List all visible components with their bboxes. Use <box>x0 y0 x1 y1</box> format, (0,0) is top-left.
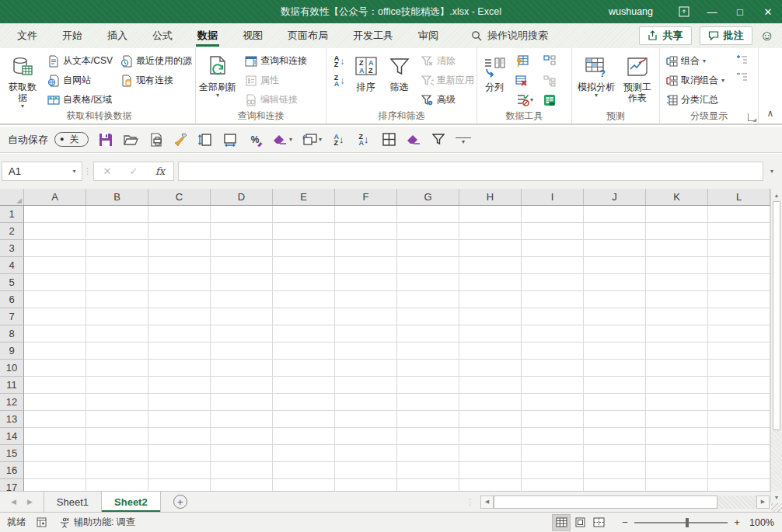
grid-cell-A11[interactable] <box>24 377 86 394</box>
grid-cell-E12[interactable] <box>273 394 335 411</box>
grid-cell-J16[interactable] <box>584 462 646 479</box>
share-button[interactable]: 共享 <box>639 26 692 45</box>
column-header-L[interactable]: L <box>708 189 770 205</box>
grid-cell-K17[interactable] <box>646 479 708 491</box>
row-header-5[interactable]: 5 <box>0 274 24 291</box>
column-header-K[interactable]: K <box>646 189 708 205</box>
grid-cell-F15[interactable] <box>335 445 397 462</box>
grid-cell-G17[interactable] <box>397 479 459 491</box>
grid-cell-L12[interactable] <box>708 394 770 411</box>
grid-cell-I6[interactable] <box>522 291 584 308</box>
grid-cell-I7[interactable] <box>522 308 584 325</box>
sort-descending-button[interactable]: ZA ↓ <box>330 71 349 90</box>
grid-cell-L1[interactable] <box>708 206 770 223</box>
grid-cell-E2[interactable] <box>273 223 335 240</box>
maximize-button[interactable]: □ <box>726 0 754 23</box>
grid-cell-K12[interactable] <box>646 394 708 411</box>
macro-record-button[interactable] <box>37 517 47 527</box>
edit-links-button[interactable]: 编辑链接 <box>243 90 309 110</box>
row-header-1[interactable]: 1 <box>0 206 24 223</box>
grid-cell-A13[interactable] <box>24 411 86 428</box>
row-header-11[interactable]: 11 <box>0 377 24 394</box>
grid-cell-F8[interactable] <box>335 325 397 342</box>
user-name[interactable]: wushuang <box>609 6 653 17</box>
grid-cell-I2[interactable] <box>522 223 584 240</box>
format-painter-button[interactable] <box>173 131 188 148</box>
tell-me-search[interactable]: 操作说明搜索 <box>471 29 548 43</box>
grid-cell-A12[interactable] <box>24 394 86 411</box>
tab-data[interactable]: 数据 <box>185 23 230 48</box>
grid-cell-D11[interactable] <box>211 377 273 394</box>
grid-cell-I10[interactable] <box>522 360 584 377</box>
grid-cell-G14[interactable] <box>397 428 459 445</box>
grid-cell-B7[interactable] <box>86 308 148 325</box>
grid-cell-L9[interactable] <box>708 342 770 360</box>
minimize-button[interactable]: — <box>698 0 726 23</box>
grid-cell-G4[interactable] <box>397 257 459 274</box>
grid-cell-E16[interactable] <box>273 462 335 479</box>
grid-cell-H10[interactable] <box>459 360 522 377</box>
column-width-button[interactable] <box>222 131 238 148</box>
column-header-H[interactable]: H <box>459 189 522 205</box>
grid-cell-A8[interactable] <box>24 325 86 342</box>
grid-cell-G1[interactable] <box>397 206 459 223</box>
page-break-view-button[interactable] <box>589 514 608 531</box>
column-header-F[interactable]: F <box>335 189 397 205</box>
grid-cell-A3[interactable] <box>24 240 86 257</box>
grid-cell-H12[interactable] <box>459 394 522 411</box>
grid-cell-A4[interactable] <box>24 257 86 274</box>
vertical-scrollbar[interactable]: ▲ ▼ <box>770 189 782 503</box>
grid-cell-F10[interactable] <box>335 360 397 377</box>
grid-cell-H3[interactable] <box>459 240 522 257</box>
grid-cell-E4[interactable] <box>273 257 335 274</box>
grid-cell-J11[interactable] <box>584 377 646 394</box>
grid-cell-L14[interactable] <box>708 428 770 445</box>
horizontal-scrollbar[interactable]: ◀ ▶ <box>480 495 770 509</box>
from-web-button[interactable]: 自网站 <box>45 71 115 90</box>
grid-cell-G16[interactable] <box>397 462 459 479</box>
grid-cell-G3[interactable] <box>397 240 459 257</box>
data-validation-button[interactable]: ▾ <box>511 90 538 110</box>
grid-cell-B8[interactable] <box>86 325 148 342</box>
grid-cell-L13[interactable] <box>708 411 770 428</box>
grid-cell-A16[interactable] <box>24 462 86 479</box>
grid-cell-F16[interactable] <box>335 462 397 479</box>
grid-cell-J7[interactable] <box>584 308 646 325</box>
grid-cell-C9[interactable] <box>148 342 211 360</box>
column-header-B[interactable]: B <box>86 189 148 205</box>
horizontal-scrollbar-track[interactable] <box>717 495 756 509</box>
grid-cell-L2[interactable] <box>708 223 770 240</box>
tab-page-layout[interactable]: 页面布局 <box>275 23 340 48</box>
grid-cell-G5[interactable] <box>397 274 459 291</box>
row-header-13[interactable]: 13 <box>0 411 24 428</box>
remove-duplicates-button[interactable] <box>511 71 531 90</box>
grid-cell-A5[interactable] <box>24 274 86 291</box>
grid-cell-K7[interactable] <box>646 308 708 325</box>
grid-cell-D17[interactable] <box>211 479 273 491</box>
grid-cell-L17[interactable] <box>708 479 770 491</box>
refresh-switch-button[interactable]: ▾ <box>302 131 322 148</box>
new-sheet-button[interactable]: + <box>173 495 187 509</box>
grid-cell-J5[interactable] <box>584 274 646 291</box>
column-header-D[interactable]: D <box>211 189 273 205</box>
grid-cell-E14[interactable] <box>273 428 335 445</box>
grid-cell-I13[interactable] <box>522 411 584 428</box>
relationships-button[interactable] <box>539 71 559 90</box>
grid-cell-H8[interactable] <box>459 325 522 342</box>
grid-cell-G12[interactable] <box>397 394 459 411</box>
sheet-tab-sheet1[interactable]: Sheet1 <box>44 492 102 512</box>
sheet-tab-sheet2[interactable]: Sheet2 <box>102 492 161 512</box>
clear-filter-button[interactable]: 清除 <box>419 51 477 71</box>
grid-cell-G8[interactable] <box>397 325 459 342</box>
clear-percent-button[interactable]: % <box>247 131 263 148</box>
grid-cell-D15[interactable] <box>211 445 273 462</box>
zoom-slider[interactable] <box>634 522 728 523</box>
accessibility-status[interactable]: 辅助功能: 调查 <box>59 516 135 529</box>
grid-cell-E1[interactable] <box>273 206 335 223</box>
column-header-A[interactable]: A <box>24 189 86 205</box>
grid-cell-A7[interactable] <box>24 308 86 325</box>
grid-cell-G6[interactable] <box>397 291 459 308</box>
column-header-C[interactable]: C <box>148 189 211 205</box>
expand-formula-bar-button[interactable]: ▾ <box>763 162 780 181</box>
existing-connections-button[interactable]: 现有连接 <box>118 71 194 90</box>
